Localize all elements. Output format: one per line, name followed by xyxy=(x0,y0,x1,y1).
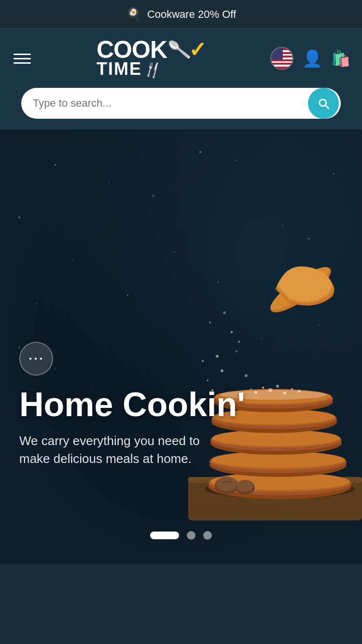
search-container xyxy=(12,88,350,129)
hero-subtitle: We carry everything you need to make del… xyxy=(19,432,222,467)
carousel-dot-1[interactable] xyxy=(150,532,179,539)
carousel-dot-3[interactable] xyxy=(203,531,212,540)
svg-point-41 xyxy=(237,480,254,491)
search-icon xyxy=(317,97,330,110)
hamburger-line-2 xyxy=(14,58,31,59)
hero-dot-icon xyxy=(19,342,53,376)
carousel-dot-2[interactable] xyxy=(187,531,195,540)
logo-spoon-icon: 🥄 xyxy=(167,39,192,60)
header-icons: 👤 🛍️ xyxy=(270,47,350,70)
us-flag-icon xyxy=(271,47,292,70)
logo-fork-icon: 🍴 xyxy=(142,58,164,79)
logo-time-text: TIME xyxy=(97,59,142,79)
hamburger-line-1 xyxy=(14,54,31,55)
carousel-dots xyxy=(150,531,212,540)
svg-point-53 xyxy=(209,322,211,323)
hero-section: Home Cookin' We carry everything you nee… xyxy=(0,129,362,564)
svg-point-43 xyxy=(231,331,233,333)
search-button[interactable] xyxy=(308,88,339,119)
hero-content: Home Cookin' We carry everything you nee… xyxy=(19,342,343,467)
announcement-text: Cookware 20% Off xyxy=(147,8,236,21)
hero-title: Home Cookin' xyxy=(19,387,343,423)
logo-combined: COOK 🥄 ✓ TIME 🍴 xyxy=(97,38,207,79)
svg-point-39 xyxy=(216,476,237,491)
language-selector[interactable] xyxy=(270,47,293,70)
hamburger-menu[interactable] xyxy=(12,52,33,66)
user-account-icon[interactable]: 👤 xyxy=(302,49,322,68)
logo[interactable]: COOK 🥄 ✓ TIME 🍴 xyxy=(97,38,207,79)
announcement-bar: 🍳 Cookware 20% Off xyxy=(0,0,362,29)
announcement-icon: 🍳 xyxy=(126,7,141,22)
logo-row1: COOK 🥄 ✓ xyxy=(97,38,207,62)
header: COOK 🥄 ✓ TIME 🍴 👤 🛍️ xyxy=(0,29,362,129)
search-bar xyxy=(21,88,341,119)
search-input[interactable] xyxy=(21,97,308,110)
hamburger-line-3 xyxy=(14,62,31,64)
shopping-bag-icon[interactable]: 🛍️ xyxy=(331,49,350,68)
header-top: COOK 🥄 ✓ TIME 🍴 👤 🛍️ xyxy=(12,38,350,79)
logo-cook-text: COOK xyxy=(97,38,167,62)
logo-row2: TIME 🍴 xyxy=(97,59,162,79)
svg-point-54 xyxy=(223,311,226,314)
